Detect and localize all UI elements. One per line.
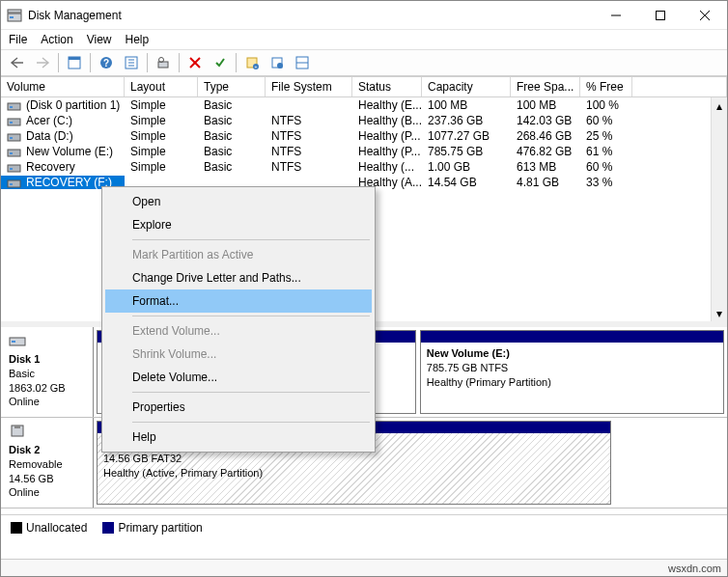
menu-bar: File Action View Help [1, 30, 727, 49]
ctx-shrink: Shrink Volume... [105, 343, 372, 366]
svg-rect-26 [8, 103, 20, 110]
settings-icon[interactable] [266, 51, 289, 74]
title-bar: Disk Management [1, 1, 727, 30]
volume-icon [7, 177, 22, 188]
volume-row[interactable]: Data (D:)SimpleBasicNTFSHealthy (P...107… [1, 128, 727, 144]
app-icon [7, 8, 22, 23]
properties-icon[interactable] [63, 51, 86, 74]
svg-rect-33 [10, 152, 13, 154]
svg-rect-27 [10, 106, 13, 108]
hdd-icon [9, 333, 26, 346]
check-icon[interactable] [209, 51, 232, 74]
footer-site: wsxdn.com [668, 563, 721, 574]
col-pctfree[interactable]: % Free [580, 77, 632, 96]
svg-rect-34 [8, 165, 20, 172]
partition-e[interactable]: New Volume (E:) 785.75 GB NTFS Healthy (… [420, 330, 724, 414]
svg-rect-4 [657, 11, 665, 19]
window-title: Disk Management [28, 9, 594, 22]
volume-row[interactable]: New Volume (E:)SimpleBasicNTFSHealthy (P… [1, 144, 727, 159]
minimize-button[interactable] [594, 1, 638, 30]
disk1-label: Disk 1 Basic 1863.02 GB Online [1, 327, 94, 417]
col-status[interactable]: Status [352, 77, 422, 96]
toolbar: ? + [1, 49, 727, 76]
menu-view[interactable]: View [87, 33, 112, 46]
ctx-change-letter[interactable]: Change Drive Letter and Paths... [105, 266, 372, 289]
primary-swatch [102, 522, 114, 534]
svg-rect-31 [10, 137, 13, 139]
volume-row[interactable]: RecoverySimpleBasicNTFSHealthy (...1.00 … [1, 159, 727, 175]
removable-icon [9, 424, 26, 437]
svg-rect-35 [10, 168, 13, 170]
footer: wsxdn.com [1, 559, 727, 576]
col-type[interactable]: Type [198, 77, 266, 96]
ctx-extend: Extend Volume... [105, 319, 372, 343]
volume-icon [7, 161, 22, 173]
col-capacity[interactable]: Capacity [422, 77, 511, 96]
volume-icon [7, 115, 22, 126]
ctx-delete[interactable]: Delete Volume... [105, 366, 372, 389]
volume-row[interactable]: Acer (C:)SimpleBasicNTFSHealthy (B...237… [1, 113, 727, 128]
forward-button[interactable] [31, 51, 54, 74]
col-layout[interactable]: Layout [125, 77, 198, 96]
ctx-help[interactable]: Help [105, 426, 372, 449]
svg-rect-28 [8, 119, 20, 125]
volume-row[interactable]: (Disk 0 partition 1)SimpleBasicHealthy (… [1, 97, 727, 113]
refresh-icon[interactable] [120, 51, 143, 74]
svg-rect-32 [8, 150, 20, 156]
ctx-mark-active: Mark Partition as Active [105, 243, 372, 266]
col-free[interactable]: Free Spa... [511, 77, 580, 96]
svg-rect-8 [69, 57, 80, 60]
svg-text:?: ? [103, 58, 109, 69]
ctx-open[interactable]: Open [105, 190, 372, 213]
svg-rect-36 [8, 180, 20, 187]
volume-icon [7, 130, 22, 142]
svg-rect-30 [8, 134, 20, 141]
menu-action[interactable]: Action [41, 33, 72, 46]
vertical-scrollbar[interactable]: ▴ ▾ [711, 97, 727, 321]
context-menu: Open Explore Mark Partition as Active Ch… [101, 186, 376, 453]
back-button[interactable] [6, 51, 29, 74]
volume-icon [7, 146, 22, 157]
close-button[interactable] [683, 1, 727, 30]
unallocated-swatch [11, 522, 22, 534]
svg-rect-15 [158, 62, 168, 68]
ctx-format[interactable]: Format... [105, 289, 372, 313]
rescan-icon[interactable] [152, 51, 175, 74]
help-icon[interactable]: ? [95, 51, 118, 74]
maximize-button[interactable] [638, 1, 683, 30]
svg-rect-29 [10, 122, 13, 124]
ctx-explore[interactable]: Explore [105, 213, 372, 236]
col-blank [632, 77, 727, 96]
disk2-label: Disk 2 Removable 14.56 GB Online [1, 418, 94, 508]
new-volume-icon[interactable]: + [240, 51, 264, 74]
delete-icon[interactable] [183, 51, 207, 74]
svg-point-23 [277, 63, 283, 69]
volume-icon [7, 99, 22, 111]
menu-help[interactable]: Help [126, 33, 150, 46]
svg-rect-2 [8, 10, 21, 13]
col-volume[interactable]: Volume [1, 77, 125, 96]
svg-rect-39 [12, 341, 15, 343]
svg-text:+: + [255, 64, 258, 69]
svg-rect-1 [10, 16, 14, 18]
volume-list-header: Volume Layout Type File System Status Ca… [1, 76, 727, 97]
col-filesystem[interactable]: File System [266, 77, 352, 96]
legend: Unallocated Primary partition [1, 514, 727, 539]
svg-rect-37 [10, 183, 13, 185]
menu-file[interactable]: File [9, 33, 27, 46]
layout-icon[interactable] [291, 51, 314, 74]
ctx-properties[interactable]: Properties [105, 396, 372, 419]
svg-rect-41 [14, 426, 20, 428]
